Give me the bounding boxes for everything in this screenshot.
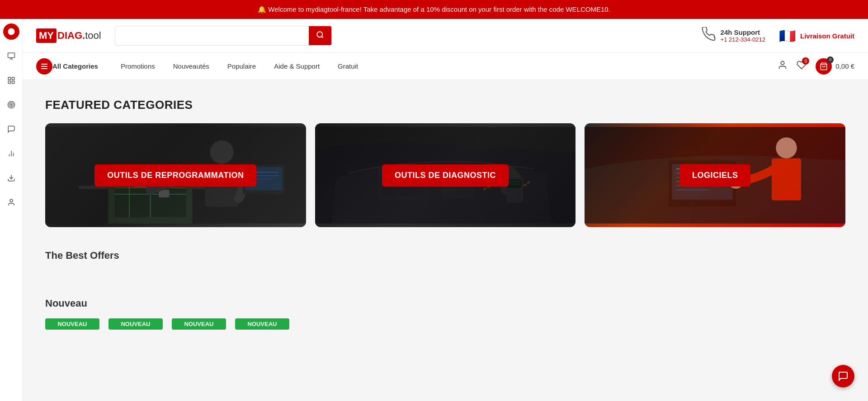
logo-diag: DIAG <box>57 30 82 42</box>
category-label-reprogrammation: OUTILS DE REPROGRAMMATION <box>94 164 256 187</box>
search-button[interactable] <box>309 26 331 45</box>
svg-rect-48 <box>772 159 801 200</box>
logo[interactable]: MY DIAG . tool <box>36 28 101 43</box>
chat-button[interactable] <box>832 365 854 387</box>
nav-nouveautes[interactable]: Nouveautés <box>173 62 209 70</box>
category-label-logiciels: LOGICIELS <box>679 164 751 187</box>
nouveau-badge-4: NOUVEAU <box>235 318 289 330</box>
sidebar-monitor-btn[interactable] <box>3 48 19 64</box>
svg-line-17 <box>321 36 323 37</box>
left-sidebar <box>0 19 23 401</box>
header-right: 24h Support +1 212-334-0212 🇫🇷 Livraison… <box>702 27 854 45</box>
svg-point-15 <box>10 199 13 202</box>
cart-icon: 0 <box>816 58 832 75</box>
svg-point-18 <box>781 61 784 65</box>
category-card-logiciels[interactable]: LOGICIELS <box>585 123 845 227</box>
sidebar-target-btn[interactable] <box>3 97 19 113</box>
flag-icon: 🇫🇷 <box>779 28 796 44</box>
support-title: 24h Support <box>721 28 765 36</box>
sidebar-grid-btn[interactable] <box>3 72 19 89</box>
nav-aide-support[interactable]: Aide & Support <box>274 62 320 70</box>
all-categories-icon[interactable] <box>36 58 52 75</box>
all-categories-button[interactable]: All Categories <box>52 62 107 70</box>
best-offers-title: The Best Offers <box>45 250 845 261</box>
nav-gratuit[interactable]: Gratuit <box>338 62 358 70</box>
cart-total: 0,00 € <box>835 62 854 70</box>
main-content: FEATURED CATEGORIES <box>23 80 868 348</box>
sidebar-home-btn[interactable] <box>3 23 19 40</box>
svg-rect-1 <box>8 53 14 58</box>
svg-point-16 <box>317 32 322 37</box>
sidebar-chat-btn[interactable] <box>3 121 19 137</box>
wishlist-button[interactable]: 0 <box>797 60 807 72</box>
category-label-diagnostic: OUTILS DE DIAGNOSTIC <box>382 164 509 187</box>
svg-point-47 <box>776 137 797 159</box>
svg-point-10 <box>10 104 12 106</box>
svg-point-0 <box>8 28 14 35</box>
account-button[interactable] <box>778 60 788 72</box>
header: MY DIAG . tool 24h Support <box>23 19 868 53</box>
categories-grid: OUTILS DE REPROGRAMMATION <box>45 123 845 227</box>
nav-populaire[interactable]: Populaire <box>227 62 256 70</box>
sidebar-analytics-btn[interactable] <box>3 145 19 162</box>
nav-promotions[interactable]: Promotions <box>121 62 155 70</box>
svg-rect-7 <box>8 81 10 84</box>
support-info: 24h Support +1 212-334-0212 <box>702 27 765 45</box>
cart-badge: 0 <box>827 56 834 63</box>
nouveau-badge-2: NOUVEAU <box>108 318 163 330</box>
cart-button[interactable]: 0 0,00 € <box>816 58 854 75</box>
category-card-diagnostic[interactable]: OUTILS DE DIAGNOSTIC <box>315 123 576 227</box>
sidebar-user-btn[interactable] <box>3 194 19 210</box>
svg-rect-5 <box>12 77 14 79</box>
delivery-info: 🇫🇷 Livraison Gratuit <box>779 28 854 44</box>
delivery-text: Livraison Gratuit <box>800 32 854 40</box>
nav-right: 0 0 0,00 € <box>778 58 854 75</box>
svg-point-9 <box>9 103 13 107</box>
svg-rect-4 <box>8 77 10 79</box>
banner-text: 🔔 Welcome to mydiagtool-france! Take adv… <box>258 5 610 13</box>
logo-my: MY <box>36 28 57 43</box>
nouveau-badge-1: NOUVEAU <box>45 318 99 330</box>
support-phone: +1 212-334-0212 <box>721 36 765 43</box>
nouveau-title: Nouveau <box>45 298 845 309</box>
sidebar-download-btn[interactable] <box>3 170 19 186</box>
nouveau-badge-3: NOUVEAU <box>172 318 226 330</box>
search-bar <box>115 26 332 46</box>
nav-links: Promotions Nouveautés Populaire Aide & S… <box>121 62 358 70</box>
logo-tool: tool <box>85 30 101 42</box>
support-icon <box>702 27 716 45</box>
wishlist-badge: 0 <box>802 57 809 65</box>
all-categories-label: All Categories <box>52 62 98 70</box>
nouveau-badges-row: NOUVEAU NOUVEAU NOUVEAU NOUVEAU <box>45 318 845 330</box>
featured-categories-title: FEATURED CATEGORIES <box>45 98 845 112</box>
top-banner: 🔔 Welcome to mydiagtool-france! Take adv… <box>0 0 868 19</box>
nav-bar: All Categories Promotions Nouveautés Pop… <box>23 53 868 80</box>
category-card-reprogrammation[interactable]: OUTILS DE REPROGRAMMATION <box>45 123 306 227</box>
search-input[interactable] <box>115 28 309 44</box>
svg-rect-6 <box>12 81 14 84</box>
svg-point-31 <box>210 140 234 164</box>
